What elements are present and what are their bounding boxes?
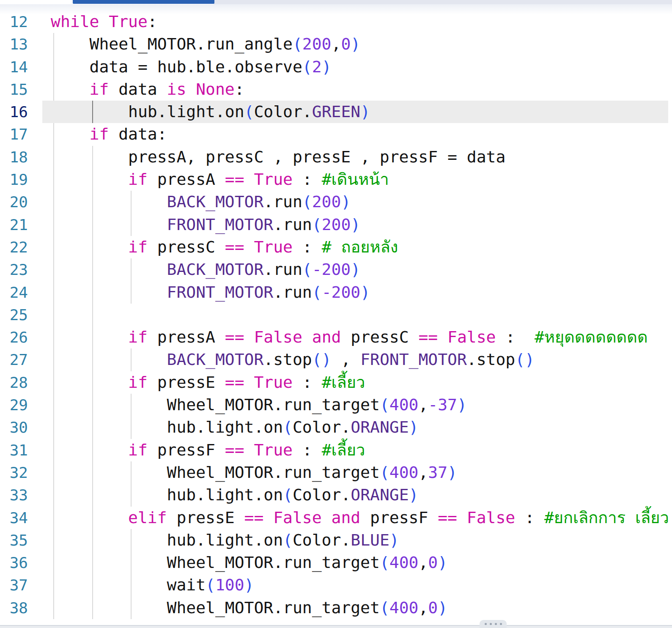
code-row[interactable]: 16 hub.light.on(Color.GREEN) <box>0 101 672 123</box>
code-line[interactable]: if pressF == True : #เลี้ยว <box>51 439 365 461</box>
code-line[interactable]: Wheel_MOTOR.run_target(400,37) <box>51 461 457 484</box>
code-row[interactable]: 38 Wheel_MOTOR.run_target(400,0) <box>0 597 672 619</box>
code-row[interactable]: 31 if pressF == True : #เลี้ยว <box>0 439 672 461</box>
line-number[interactable]: 36 <box>0 551 28 574</box>
code-row[interactable]: 13 Wheel_MOTOR.run_angle(200,0) <box>0 33 672 55</box>
code-row[interactable]: 25 <box>0 304 672 326</box>
line-number[interactable]: 29 <box>0 394 28 416</box>
code-line[interactable]: BACK_MOTOR.run(200) <box>51 191 351 213</box>
code-token-br: ( <box>283 531 293 549</box>
line-number[interactable]: 33 <box>0 484 28 506</box>
code-token-br: ( <box>380 598 389 617</box>
line-number[interactable]: 26 <box>0 326 28 348</box>
code-row[interactable]: 17 if data: <box>0 123 672 145</box>
code-rows[interactable]: 12while True:13 Wheel_MOTOR.run_angle(20… <box>0 11 672 619</box>
line-number[interactable]: 18 <box>0 146 28 168</box>
code-token-num: 2 <box>312 58 322 76</box>
line-number[interactable]: 34 <box>0 507 28 529</box>
code-row[interactable]: 30 hub.light.on(Color.ORANGE) <box>0 416 672 439</box>
line-number[interactable]: 25 <box>0 304 28 326</box>
code-row[interactable]: 28 if pressE == True : #เลี้ยว <box>0 371 672 394</box>
line-number[interactable]: 13 <box>0 33 28 55</box>
code-line[interactable]: if pressC == True : # ถอยหลัง <box>51 236 398 258</box>
line-number[interactable]: 35 <box>0 529 28 551</box>
code-line[interactable]: if data is None: <box>51 78 244 101</box>
line-number[interactable]: 15 <box>0 78 28 101</box>
line-number[interactable]: 19 <box>0 168 28 191</box>
code-line[interactable]: hub.light.on(Color.GREEN) <box>51 101 370 123</box>
line-number[interactable]: 21 <box>0 214 28 236</box>
code-token-kw: == <box>225 441 244 459</box>
code-row[interactable]: 34 elif pressE == False and pressF == Fa… <box>0 507 672 529</box>
code-row[interactable]: 15 if data is None: <box>0 78 672 101</box>
code-token-br: ) <box>409 485 419 504</box>
code-token-br: ( <box>302 192 312 211</box>
code-row[interactable]: 20 BACK_MOTOR.run(200) <box>0 191 672 213</box>
line-number[interactable]: 27 <box>0 348 28 371</box>
code-line[interactable]: hub.light.on(Color.ORANGE) <box>51 484 418 506</box>
line-number[interactable]: 17 <box>0 123 28 145</box>
code-token-br: ) <box>351 215 360 234</box>
code-line[interactable]: if pressA == False and pressC == False :… <box>51 326 648 348</box>
line-number[interactable]: 32 <box>0 461 28 484</box>
code-row[interactable]: 26 if pressA == False and pressC == Fals… <box>0 326 672 348</box>
code-line[interactable]: hub.light.on(Color.BLUE) <box>51 529 399 551</box>
code-line[interactable]: while True: <box>51 11 157 33</box>
code-row[interactable]: 35 hub.light.on(Color.BLUE) <box>0 529 672 551</box>
code-row[interactable]: 23 BACK_MOTOR.run(-200) <box>0 258 672 281</box>
line-number[interactable]: 12 <box>0 11 28 33</box>
line-number[interactable]: 14 <box>0 56 28 78</box>
code-line[interactable]: hub.light.on(Color.ORANGE) <box>51 416 418 439</box>
code-line[interactable]: Wheel_MOTOR.run_target(400,0) <box>51 597 447 619</box>
code-row[interactable]: 27 BACK_MOTOR.stop() , FRONT_MOTOR.stop(… <box>0 348 672 371</box>
line-number[interactable]: 16 <box>0 101 28 123</box>
line-number[interactable]: 22 <box>0 236 28 258</box>
code-row[interactable]: 32 Wheel_MOTOR.run_target(400,37) <box>0 461 672 484</box>
code-token-kw: True <box>109 12 148 31</box>
line-number[interactable]: 23 <box>0 258 28 281</box>
code-line[interactable]: elif pressE == False and pressF == False… <box>51 507 669 529</box>
code-line[interactable]: Wheel_MOTOR.run_target(400,0) <box>51 551 447 574</box>
line-number[interactable]: 28 <box>0 371 28 394</box>
code-line[interactable]: pressA, pressC , pressE , pressF = data <box>51 146 505 168</box>
code-line[interactable]: Wheel_MOTOR.run_angle(200,0) <box>51 33 360 55</box>
line-number[interactable]: 38 <box>0 597 28 619</box>
code-line[interactable]: FRONT_MOTOR.run(200) <box>51 214 360 236</box>
code-line[interactable]: Wheel_MOTOR.run_target(400,-37) <box>51 394 467 416</box>
code-row[interactable]: 14 data = hub.ble.observe(2) <box>0 56 672 78</box>
code-row[interactable]: 19 if pressA == True : #เดินหน้า <box>0 168 672 191</box>
line-number[interactable]: 24 <box>0 281 28 304</box>
line-number[interactable]: 20 <box>0 191 28 213</box>
code-token-num: -200 <box>312 260 351 279</box>
code-token-pl <box>244 441 254 459</box>
code-editor: 12while True:13 Wheel_MOTOR.run_angle(20… <box>0 0 672 628</box>
drag-handle[interactable] <box>480 620 507 628</box>
code-token-br: ( <box>302 260 312 279</box>
code-row[interactable]: 36 Wheel_MOTOR.run_target(400,0) <box>0 551 672 574</box>
line-number[interactable]: 30 <box>0 416 28 439</box>
code-token-br: ( <box>283 485 293 504</box>
code-line[interactable]: if pressE == True : #เลี้ยว <box>51 371 365 394</box>
code-token-pl: .stop <box>467 350 515 369</box>
code-row[interactable]: 22 if pressC == True : # ถอยหลัง <box>0 236 672 258</box>
code-row[interactable]: 24 FRONT_MOTOR.run(-200) <box>0 281 672 304</box>
code-line[interactable]: if data: <box>51 123 167 145</box>
code-line[interactable]: BACK_MOTOR.run(-200) <box>51 258 360 281</box>
line-number[interactable]: 37 <box>0 574 28 596</box>
code-row[interactable]: 12while True: <box>0 11 672 33</box>
code-row[interactable]: 37 wait(100) <box>0 574 672 596</box>
code-row[interactable]: 21 FRONT_MOTOR.run(200) <box>0 214 672 236</box>
code-line[interactable]: FRONT_MOTOR.run(-200) <box>51 281 370 304</box>
code-row[interactable]: 18 pressA, pressC , pressE , pressF = da… <box>0 146 672 168</box>
line-number[interactable]: 31 <box>0 439 28 461</box>
code-line[interactable]: data = hub.ble.observe(2) <box>51 56 332 78</box>
code-line[interactable]: BACK_MOTOR.stop() , FRONT_MOTOR.stop() <box>51 348 535 371</box>
code-token-pl <box>322 508 332 527</box>
code-line[interactable]: if pressA == True : #เดินหน้า <box>51 168 389 191</box>
code-token-pl: pressF <box>148 441 225 459</box>
code-token-cm: #ยกเลิกการ เลี้ยว <box>544 508 669 527</box>
code-token-pl: Color. <box>254 102 312 121</box>
code-row[interactable]: 33 hub.light.on(Color.ORANGE) <box>0 484 672 506</box>
code-line[interactable]: wait(100) <box>51 574 254 596</box>
code-row[interactable]: 29 Wheel_MOTOR.run_target(400,-37) <box>0 394 672 416</box>
